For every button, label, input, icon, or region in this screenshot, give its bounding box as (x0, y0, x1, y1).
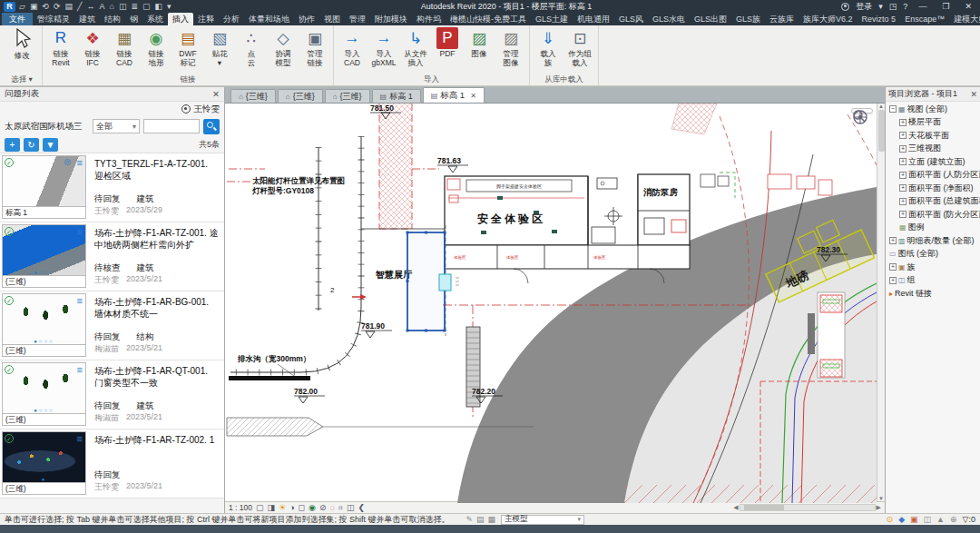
tree-item[interactable]: − ▦ 视图 (全部) (886, 103, 980, 116)
ribbon-tab[interactable]: Revizto 5 (858, 13, 901, 25)
refresh-button[interactable]: ↻ (24, 138, 39, 152)
undo-icon[interactable]: ⟲ (42, 2, 49, 11)
card-menu-icon[interactable]: ≡ (77, 433, 83, 444)
ribbon-tab[interactable]: 构件坞 (412, 13, 446, 25)
add-issue-button[interactable]: + (5, 138, 20, 152)
expand-toggle-icon[interactable]: + (889, 277, 897, 284)
project-browser-close-icon[interactable]: ✕ (970, 90, 977, 99)
select-underlay-toggle-icon[interactable]: ◫ (924, 515, 932, 524)
show-crop-region-icon[interactable]: ◉ (309, 503, 316, 512)
issue-card[interactable]: ✓ ◎ ≡ 标高 1 TYT3_TERZL-F1-A-TZ-001. 迎检区域 … (0, 153, 224, 222)
expand-toggle-icon[interactable]: + (899, 184, 906, 192)
selection-filter-count[interactable]: ▽:0 (963, 515, 975, 524)
reveal-hidden-elements-icon[interactable]: ◌ (329, 503, 334, 512)
expand-toggle-icon[interactable]: + (889, 263, 897, 271)
document-tab[interactable]: ⌂ {三维} ✕ (278, 89, 323, 103)
ribbon-tab[interactable]: 建筑 (74, 13, 100, 25)
visual-style-icon[interactable]: ▢ (256, 503, 264, 512)
ribbon-button[interactable]: ▧ 贴花 ▾ (204, 26, 235, 67)
tree-item[interactable]: + 面积平面 (防火分区面积) (886, 208, 980, 222)
horizontal-scrollbar[interactable]: ◀ ▶ (733, 504, 881, 511)
issue-title[interactable]: 场布-土护降-F1-AR-TZ-001. 途中地磅两侧栏杆需向外扩 (94, 227, 219, 252)
tab-file[interactable]: 文件 (2, 13, 33, 25)
document-tab[interactable]: ⌂ {三维} ✕ (325, 89, 370, 103)
ribbon-button[interactable]: ❖ 链接 IFC (77, 26, 108, 67)
highlighted-element[interactable] (439, 274, 451, 291)
issue-card[interactable]: ✓ ◎ ≡ ●○○○ (三维) 场布-土护降-F1-AR-TZ-001. 途中地… (0, 222, 224, 291)
issue-card[interactable]: ✓ ◎ ≡ ●○○○ (三维) 场布-土护降-F1-AR-QT-001. 门窗类… (0, 360, 224, 429)
switch-windows-icon[interactable]: ◧ (155, 2, 163, 11)
worksets-status-icon[interactable]: ⊙ (887, 515, 894, 524)
issue-title[interactable]: 场布-土护降-F1-AR-QT-001. 门窗类型不一致 (94, 365, 219, 390)
issue-filter-dropdown[interactable]: 全部▾ (93, 119, 140, 133)
thumbnail-pager-dots[interactable]: ●○○○ (3, 408, 85, 413)
filter-button[interactable]: ▼ (43, 138, 58, 152)
scrollbar-thumb[interactable] (744, 505, 784, 510)
active-workset-dropdown[interactable]: 主模型▾ (501, 515, 584, 525)
fire-pump-building[interactable]: 消防泵房 (638, 174, 690, 245)
sketchy-lines-icon[interactable]: ◑ (289, 503, 294, 512)
ribbon-button[interactable]: ▦ 链接 CAD (109, 26, 140, 67)
ribbon-tab[interactable]: 视图 (319, 13, 345, 25)
ribbon-tab[interactable]: 分析 (219, 13, 244, 25)
ribbon-button[interactable]: ▣ 管理 链接 (299, 26, 330, 67)
ribbon-tab[interactable]: 建模大师 (949, 13, 980, 25)
ribbon-button[interactable]: → 导入 gbXML (368, 26, 399, 67)
drag-on-selection-toggle-icon[interactable]: ⊕ (950, 515, 957, 524)
select-pinned-toggle-icon[interactable]: ▲ (936, 515, 945, 524)
minimize-button[interactable]: — (914, 2, 931, 11)
tree-item[interactable]: + 面积平面 (总建筑面积) (886, 195, 980, 209)
shadows-icon[interactable]: ☀ (279, 503, 286, 512)
expand-toggle-icon[interactable]: − (889, 105, 897, 113)
design-options-icon[interactable]: ▤ (476, 515, 485, 524)
ribbon-tab[interactable]: 橄榄山快模-免费工具 (446, 13, 531, 25)
ribbon-tab[interactable]: GLS出图 (690, 13, 731, 25)
expand-toggle-icon[interactable]: + (899, 211, 906, 218)
ribbon-button[interactable]: ⇓ 载入 族 (533, 26, 564, 67)
ribbon-tab[interactable]: 插入 (168, 13, 193, 25)
sign-in-link[interactable]: 登录 (856, 1, 872, 13)
ribbon-button[interactable]: R 链接 Revit (45, 26, 76, 67)
save-icon[interactable]: ▣ (30, 2, 38, 11)
ribbon-tab[interactable]: 管综精灵 (33, 13, 74, 25)
ribbon-tab[interactable]: 族库大师V6.2 (799, 13, 858, 25)
card-menu-icon[interactable]: ≡ (77, 226, 83, 237)
issue-thumbnail[interactable]: ✓ ◎ ≡ ●○○○ (2, 293, 86, 345)
ribbon-button[interactable]: → 导入 CAD (337, 26, 368, 67)
document-tab[interactable]: ▤ 标高 1 ✕ (423, 87, 485, 103)
issue-title[interactable]: TYT3_TERZL-F1-A-TZ-001. 迎检区域 (94, 158, 219, 183)
ribbon-button[interactable]: ◉ 链接 地形 (141, 26, 172, 67)
section-icon[interactable]: ◫ (119, 2, 127, 11)
view-scale[interactable]: 1 : 100 (229, 503, 252, 512)
redo-icon[interactable]: ⟳ (54, 2, 61, 11)
revit-logo-icon[interactable]: R (4, 2, 15, 12)
ribbon-tab[interactable]: Enscape™ (900, 13, 949, 25)
issue-thumbnail[interactable]: ✓ ◎ ≡ (2, 155, 86, 207)
worksharing-display-icon[interactable]: ◫ (347, 503, 355, 512)
ribbon-tab[interactable]: 体量和场地 (244, 13, 294, 25)
aligned-dimension-icon[interactable]: ↔ (86, 2, 94, 11)
expand-toggle-icon[interactable]: + (899, 145, 906, 153)
search-button[interactable] (203, 119, 220, 134)
issue-thumbnail[interactable]: ✓ ◎ ≡ ● (2, 431, 86, 483)
vertical-scrollbar[interactable]: ▲ ▼ (877, 104, 885, 501)
zoom-tool-icon[interactable] (852, 109, 867, 123)
smart-exhibition-hall[interactable]: 智慧展厅 (361, 225, 459, 336)
group-label-select[interactable]: 选择 ▾ (5, 74, 39, 85)
print-icon[interactable]: ▤ (65, 2, 74, 11)
expand-toggle-icon[interactable]: + (899, 198, 906, 205)
expand-toggle-icon[interactable]: + (899, 119, 906, 126)
ribbon-button[interactable]: P PDF (432, 26, 463, 58)
tree-item[interactable]: + ▣ 族 (886, 261, 980, 274)
ribbon-tab[interactable]: 协作 (294, 13, 319, 25)
tree-item[interactable]: + 三维视图 (886, 143, 980, 156)
issues-panel-close-icon[interactable]: ✕ (212, 89, 220, 99)
expand-toggle-icon[interactable]: + (899, 172, 906, 179)
ribbon-tab[interactable]: GLS风 (614, 13, 648, 25)
ribbon-tab[interactable]: GLS族 (731, 13, 765, 25)
ribbon-tab[interactable]: GLS水电 (648, 13, 690, 25)
ribbon-tab[interactable]: 注释 (193, 13, 219, 25)
ribbon-tab[interactable]: 附加模块 (370, 13, 412, 25)
issue-search-input[interactable] (143, 119, 200, 133)
worksets-dialog-icon[interactable]: ▦ (488, 515, 496, 524)
